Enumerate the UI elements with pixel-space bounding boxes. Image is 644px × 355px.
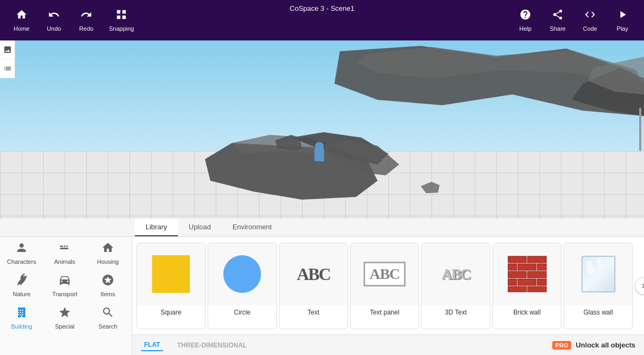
help-button[interactable]: Help xyxy=(509,5,542,35)
nature-label: Nature xyxy=(12,291,30,297)
tab-environment[interactable]: Environment xyxy=(222,219,283,236)
category-transport[interactable]: Transport xyxy=(43,269,86,302)
housing-label: Housing xyxy=(97,258,119,265)
categories-panel: Characters Animals Housing xyxy=(0,237,132,355)
tab-upload[interactable]: Upload xyxy=(178,219,222,236)
item-circle[interactable]: Circle xyxy=(208,243,277,329)
circle-preview xyxy=(208,243,276,305)
3d-text-shape: ABC xyxy=(441,265,470,283)
item-brick-wall[interactable]: Brick wall xyxy=(492,243,561,329)
svg-rect-18 xyxy=(527,271,546,278)
text-preview: ABC xyxy=(279,243,347,305)
svg-rect-17 xyxy=(508,271,526,278)
category-special[interactable]: Special xyxy=(43,302,86,334)
share-icon xyxy=(552,9,564,24)
category-items[interactable]: Items xyxy=(86,269,129,302)
svg-rect-13 xyxy=(527,256,546,263)
items-label: Items xyxy=(101,291,115,297)
topbar: CoSpace 3 - Scene1 Home Undo Redo Snappi… xyxy=(0,0,644,40)
scene-scrollbar[interactable] xyxy=(639,108,641,151)
search-label: Search xyxy=(99,323,118,330)
redo-icon xyxy=(80,9,92,24)
pro-badge: PRO Unlock all objects xyxy=(552,341,635,350)
square-preview xyxy=(137,243,205,305)
building-label: Building xyxy=(11,323,32,330)
bottom-content: Characters Animals Housing xyxy=(0,237,644,355)
circle-label: Circle xyxy=(208,305,276,318)
square-shape xyxy=(152,255,190,293)
brick-wall-preview xyxy=(493,243,561,305)
characters-icon xyxy=(15,241,28,257)
flat-button[interactable]: FLAT xyxy=(141,339,163,351)
category-housing[interactable]: Housing xyxy=(86,237,129,269)
code-icon xyxy=(584,9,596,24)
svg-rect-14 xyxy=(508,264,517,270)
ground-plane xyxy=(0,151,644,219)
category-building[interactable]: Building xyxy=(0,302,43,334)
special-icon xyxy=(58,306,71,322)
code-button[interactable]: Code xyxy=(574,5,606,35)
nature-icon xyxy=(15,274,28,290)
bottom-footer: FLAT THREE-DIMENSIONAL PRO Unlock all ob… xyxy=(132,334,644,355)
text-panel-label: Text panel xyxy=(351,305,419,318)
unlock-label[interactable]: Unlock all objects xyxy=(576,341,635,349)
text-panel-preview: ABC xyxy=(351,243,419,305)
svg-rect-15 xyxy=(518,264,536,270)
list-tab[interactable] xyxy=(0,59,15,78)
item-text[interactable]: ABC Text xyxy=(279,243,348,329)
bottom-tabs-row: Library Upload Environment xyxy=(0,219,644,237)
gallery-tab[interactable] xyxy=(0,40,15,59)
svg-rect-22 xyxy=(508,286,526,292)
category-animals[interactable]: Animals xyxy=(43,237,86,269)
svg-rect-19 xyxy=(508,279,517,285)
scene-viewport[interactable] xyxy=(0,40,644,219)
svg-rect-12 xyxy=(508,256,526,263)
sky-background xyxy=(0,40,644,156)
home-icon xyxy=(16,9,28,24)
special-label: Special xyxy=(55,323,74,330)
svg-rect-16 xyxy=(537,264,546,270)
category-nature[interactable]: Nature xyxy=(0,269,43,302)
snapping-button[interactable]: Snapping xyxy=(102,5,141,35)
item-glass-wall[interactable]: Glass wall xyxy=(564,243,633,329)
svg-rect-21 xyxy=(537,279,546,285)
app-title: CoSpace 3 - Scene1 xyxy=(290,4,354,12)
play-button[interactable]: Play xyxy=(606,5,639,35)
help-icon xyxy=(519,9,531,24)
glass-shape xyxy=(581,255,616,293)
transport-label: Transport xyxy=(52,291,78,297)
item-3d-text[interactable]: ABC 3D Text xyxy=(421,243,490,329)
three-dimensional-button[interactable]: THREE-DIMENSIONAL xyxy=(174,340,250,351)
glass-wall-preview xyxy=(564,243,632,305)
item-text-panel[interactable]: ABC Text panel xyxy=(350,243,419,329)
items-grid: Square Circle ABC Text xyxy=(132,237,644,355)
text-shape: ABC xyxy=(297,264,330,284)
pro-tag: PRO xyxy=(552,341,572,350)
bottom-panel: Library Upload Environment Characters An… xyxy=(0,219,644,355)
side-tabs xyxy=(0,40,15,78)
text-panel-shape: ABC xyxy=(364,262,406,286)
search-icon xyxy=(101,306,114,322)
3d-text-preview: ABC xyxy=(422,243,490,305)
category-search[interactable]: Search xyxy=(86,302,129,334)
characters-label: Characters xyxy=(7,258,36,265)
circle-shape xyxy=(223,255,261,293)
category-characters[interactable]: Characters xyxy=(0,237,43,269)
svg-rect-23 xyxy=(527,286,546,292)
home-button[interactable]: Home xyxy=(5,5,38,35)
cat-row-2: Nature Transport Items xyxy=(0,269,132,302)
tab-library[interactable]: Library xyxy=(135,219,178,236)
items-icon xyxy=(101,274,114,290)
redo-button[interactable]: Redo xyxy=(70,5,102,35)
snapping-icon xyxy=(115,9,127,24)
items-scroll[interactable]: Square Circle ABC Text xyxy=(132,237,644,334)
glass-wall-label: Glass wall xyxy=(564,305,632,318)
cat-row-3: Building Special Search xyxy=(0,302,132,334)
undo-button[interactable]: Undo xyxy=(38,5,70,35)
share-button[interactable]: Share xyxy=(542,5,574,35)
item-square[interactable]: Square xyxy=(136,243,205,329)
text-label: Text xyxy=(279,305,347,318)
undo-icon xyxy=(48,9,60,24)
svg-rect-20 xyxy=(518,279,536,285)
scroll-right-button[interactable] xyxy=(635,277,644,295)
